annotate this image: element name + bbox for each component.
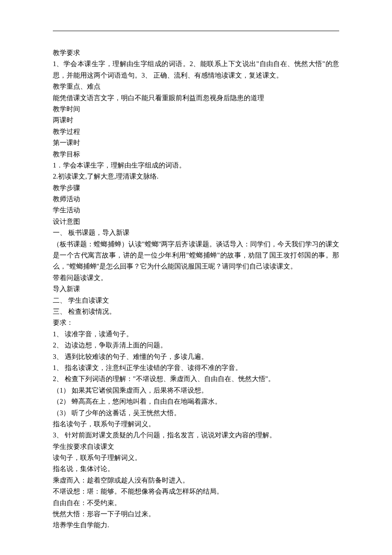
text-line: 不堪设想：堪：能够。不能想像将会再成怎样坏的结局。 <box>53 486 339 497</box>
text-line: 1．学会本课生字，理解由生字组成的词语。 <box>53 160 339 171</box>
text-line: 3、 针对前面对课文质疑的几个问题，指名发言，说说对课文内容的理解。 <box>53 430 339 441</box>
text-line: 教学过程 <box>53 126 339 137</box>
text-line: 2、 检查下列词语的理解："不堪设想、乘虚而入、自由自在、恍然大悟"。 <box>53 373 339 384</box>
text-line: 两课时 <box>53 115 339 126</box>
text-line: 指名说，集体讨论。 <box>53 463 339 474</box>
text-line: 三、 检查初读情况。 <box>53 306 339 317</box>
text-line: 学生活动 <box>53 205 339 216</box>
text-line: 第一课时 <box>53 137 339 148</box>
text-line: 学生按要求自读课文 <box>53 441 339 452</box>
text-line: 教学目标 <box>53 149 339 160</box>
text-line: 乘虚而入：趁着空隙或趁人没有防备时进入。 <box>53 475 339 486</box>
text-line: 设计意图 <box>53 216 339 227</box>
text-line: （3） 听了少年的这番话，吴王恍然大悟。 <box>53 408 339 419</box>
text-line: 培养学生自学能力. <box>53 520 339 531</box>
text-line: 导入新课 <box>53 283 339 295</box>
text-line: 一、 板书课题，导入新课 <box>53 227 339 238</box>
text-line: 恍然大悟：形容一下子明白过来。 <box>53 509 339 520</box>
text-line: 1、学会本课生字，理解由生字组成的词语。2、能联系上下文说出"自由自在、恍然大悟… <box>53 58 339 81</box>
text-line: 教学步骤 <box>53 182 339 194</box>
text-line: 1、 指名读课文，注意纠正学生读错的字音、读得不准的字音。 <box>53 362 339 373</box>
text-line: （2） 蝉高高在上，悠闲地叫着，自由自在地喝着露水。 <box>53 396 339 407</box>
text-line: 教学重点、难点 <box>53 81 339 92</box>
text-line: 教师活动 <box>53 194 339 205</box>
text-line: 带着问题读课文。 <box>53 272 339 283</box>
text-line: 要求： <box>53 317 339 328</box>
text-line: 读句子，联系句子理解词义。 <box>53 452 339 463</box>
text-line: 自由自在：不受约束。 <box>53 497 339 509</box>
text-line: 1、 读准字音，读通句子。 <box>53 329 339 340</box>
text-line: 3、 遇到比较难读的句子、难懂的句子，多读几遍。 <box>53 351 339 362</box>
document-body: 教学要求 1、学会本课生字，理解由生字组成的词语。2、能联系上下文说出"自由自在… <box>53 47 339 531</box>
horizontal-rule <box>53 31 339 31</box>
text-line: （板书课题：螳螂捕蝉）认读"螳螂"两字后齐读课题。谈话导入：同学们，今天我们学习… <box>53 239 339 272</box>
text-line: 二、 学生自读课文 <box>53 295 339 306</box>
text-line: 2.初读课文,了解大意,理清课文脉络. <box>53 171 339 182</box>
text-line: 指名读句子，联系句子理解词义。 <box>53 419 339 430</box>
text-line: 教学时间 <box>53 104 339 115</box>
text-line: 教学要求 <box>53 47 339 58</box>
text-line: （1） 如果其它诸侯国乘虚而入，后果将不堪设想。 <box>53 385 339 396</box>
text-line: 2、 边读边想，争取弄清上面的问题。 <box>53 340 339 351</box>
text-line: 能凭借课文语言文字，明白不能只看重眼前利益而忽视身后隐患的道理 <box>53 92 339 104</box>
